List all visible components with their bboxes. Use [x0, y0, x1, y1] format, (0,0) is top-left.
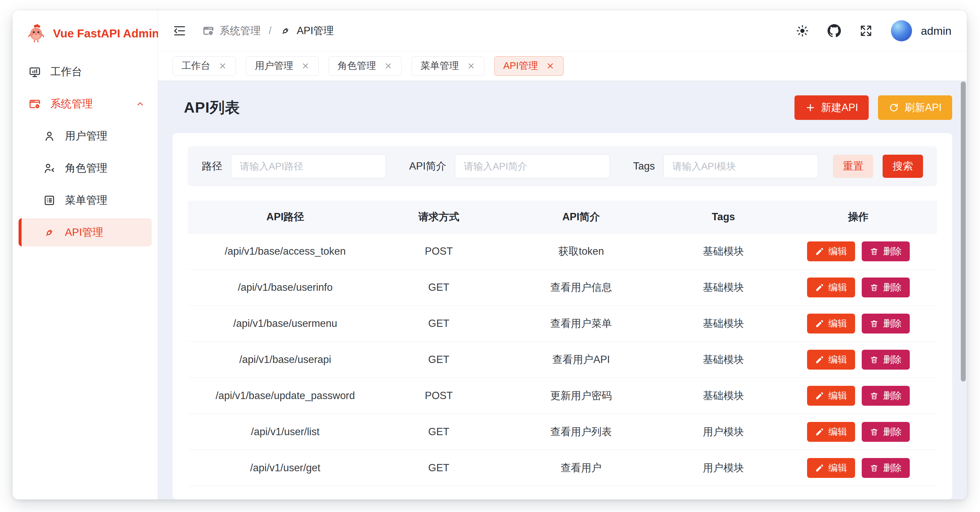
refresh-api-button[interactable]: 刷新API: [878, 95, 952, 120]
page-content: API列表 新建API 刷新API 路径: [158, 81, 967, 499]
sidebar-item-users[interactable]: 用户管理: [13, 120, 158, 152]
close-icon[interactable]: [301, 62, 310, 70]
table-row: /api/v1/base/usermenu GET 查看用户菜单 基础模块 编辑…: [188, 306, 937, 342]
delete-label: 删除: [883, 245, 902, 258]
system-window-gear-icon: [202, 25, 214, 37]
edit-button[interactable]: 编辑: [807, 278, 855, 297]
col-actions: 操作: [780, 201, 937, 234]
cell-tags: 用户模块: [667, 414, 780, 450]
trash-icon: [870, 283, 879, 292]
close-icon[interactable]: [467, 62, 476, 70]
sidebar: Vue FastAPI Admin 工作台 系统管理 用户管理 角色管理: [13, 11, 158, 499]
edit-button[interactable]: 编辑: [807, 386, 855, 406]
tab-label: 工作台: [181, 59, 210, 73]
summary-input[interactable]: [455, 154, 610, 178]
collapse-sidebar-button[interactable]: [173, 24, 187, 38]
pencil-icon: [815, 355, 824, 364]
delete-label: 删除: [883, 353, 902, 366]
tab-api[interactable]: API管理: [494, 56, 563, 76]
delete-button[interactable]: 删除: [862, 242, 910, 261]
reset-button[interactable]: 重置: [833, 155, 873, 178]
pencil-icon: [815, 464, 824, 472]
tab-label: 菜单管理: [420, 59, 459, 73]
pencil-icon: [815, 319, 824, 328]
delete-button[interactable]: 删除: [862, 313, 910, 334]
edit-label: 编辑: [829, 426, 847, 438]
delete-label: 删除: [883, 281, 902, 294]
edit-button[interactable]: 编辑: [807, 242, 855, 261]
avatar: [891, 20, 912, 41]
delete-button[interactable]: 删除: [862, 458, 910, 478]
app-title: Vue FastAPI Admin: [53, 27, 159, 40]
breadcrumb-item-api[interactable]: API管理: [280, 24, 334, 38]
cell-method: POST: [383, 378, 495, 414]
pencil-icon: [815, 283, 824, 292]
breadcrumb-item-system[interactable]: 系统管理: [202, 24, 261, 38]
cell-path: /api/v1/base/userapi: [188, 342, 383, 378]
summary-label: API简介: [409, 159, 446, 173]
tab-label: 角色管理: [337, 59, 376, 73]
col-tags: Tags: [667, 201, 780, 234]
tab-label: API管理: [503, 59, 538, 73]
delete-button[interactable]: 删除: [862, 350, 910, 370]
pencil-icon: [815, 428, 824, 436]
page-actions: 新建API 刷新API: [794, 95, 952, 120]
sidebar-item-roles[interactable]: 角色管理: [13, 152, 158, 184]
sidebar-item-workbench[interactable]: 工作台: [13, 56, 158, 88]
edit-button[interactable]: 编辑: [807, 350, 855, 370]
edit-button[interactable]: 编辑: [807, 313, 855, 334]
sidebar-item-system[interactable]: 系统管理: [13, 88, 158, 120]
cell-tags: 基础模块: [667, 342, 780, 378]
api-plug-icon: [43, 226, 56, 239]
col-path: API路径: [188, 201, 383, 234]
edit-label: 编辑: [829, 245, 847, 258]
new-api-label: 新建API: [821, 101, 858, 114]
path-label: 路径: [202, 159, 222, 173]
cell-summary: 更新用户密码: [495, 378, 667, 414]
breadcrumb-separator: /: [269, 25, 272, 37]
new-api-button[interactable]: 新建API: [794, 95, 869, 120]
table-row: /api/v1/base/update_password POST 更新用户密码…: [188, 378, 937, 414]
scrollbar-thumb[interactable]: [961, 81, 966, 382]
sidebar-item-label: 用户管理: [65, 129, 107, 143]
delete-button[interactable]: 删除: [862, 422, 910, 442]
delete-button[interactable]: 删除: [862, 386, 910, 406]
col-method: 请求方式: [383, 201, 495, 234]
table-header: API路径 请求方式 API简介 Tags 操作: [188, 201, 937, 234]
breadcrumb: 系统管理 / API管理: [202, 24, 334, 38]
path-input[interactable]: [231, 154, 386, 178]
topbar-actions: admin: [795, 20, 951, 41]
tab-roles[interactable]: 角色管理: [329, 56, 401, 76]
github-icon[interactable]: [827, 24, 841, 38]
tags-field: Tags: [633, 154, 818, 178]
fullscreen-icon[interactable]: [859, 24, 873, 38]
cell-path: /api/v1/user/get: [188, 450, 383, 486]
edit-button[interactable]: 编辑: [807, 458, 855, 478]
sidebar-item-menus[interactable]: 菜单管理: [13, 184, 158, 216]
cell-summary: 查看用户信息: [495, 270, 667, 306]
search-panel: 路径 API简介 Tags 重置 搜索: [188, 146, 937, 186]
delete-button[interactable]: 删除: [862, 278, 910, 297]
sidebar-menu: 工作台 系统管理 用户管理 角色管理 菜单管理: [13, 56, 158, 248]
tab-workbench[interactable]: 工作台: [173, 56, 236, 76]
tags-input[interactable]: [663, 154, 818, 178]
tab-menus[interactable]: 菜单管理: [412, 56, 484, 76]
edit-label: 编辑: [829, 353, 847, 366]
tab-label: 用户管理: [255, 59, 293, 73]
user-menu[interactable]: admin: [891, 20, 951, 41]
api-plug-icon: [280, 25, 291, 37]
close-icon[interactable]: [384, 62, 393, 70]
tab-users[interactable]: 用户管理: [246, 56, 319, 76]
api-list-card: 路径 API简介 Tags 重置 搜索: [173, 133, 952, 499]
search-button[interactable]: 搜索: [883, 155, 923, 178]
cell-path: /api/v1/base/access_token: [188, 234, 383, 270]
close-icon[interactable]: [546, 62, 555, 70]
theme-sun-icon[interactable]: [795, 24, 810, 38]
edit-button[interactable]: 编辑: [807, 422, 855, 442]
close-icon[interactable]: [218, 62, 227, 70]
cell-tags: 基础模块: [667, 378, 780, 414]
sidebar-item-api[interactable]: API管理: [19, 218, 152, 246]
cell-path: /api/v1/base/update_password: [188, 378, 383, 414]
cell-method: GET: [383, 450, 495, 486]
app-logo[interactable]: Vue FastAPI Admin: [13, 11, 158, 56]
